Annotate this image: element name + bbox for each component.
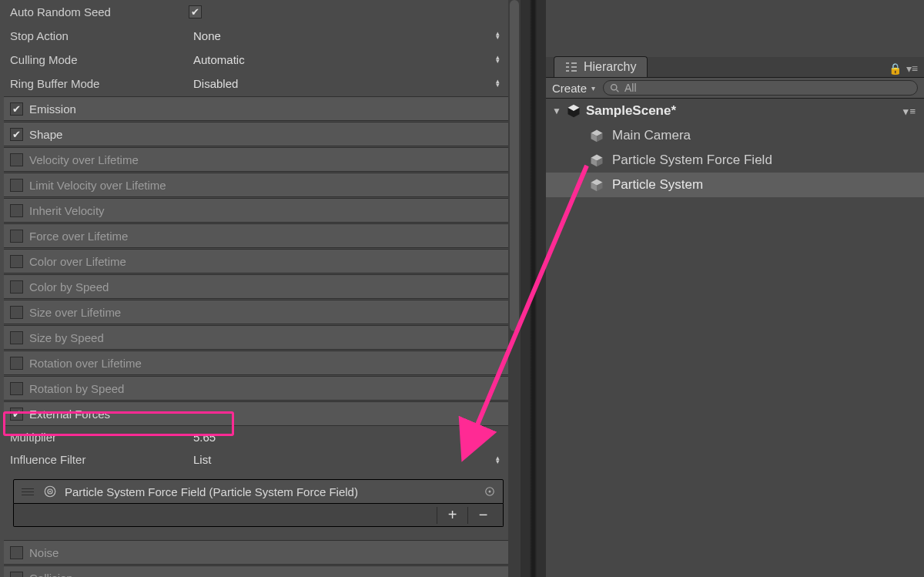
lock-icon[interactable]: 🔒 bbox=[889, 62, 902, 75]
module-label: External Forces bbox=[29, 408, 110, 421]
module-label: Noise bbox=[29, 546, 59, 559]
module-label: Shape bbox=[29, 128, 62, 141]
prop-influence-filter[interactable]: Influence Filter List bbox=[4, 448, 508, 471]
module-checkbox[interactable] bbox=[10, 331, 23, 344]
module-label: Velocity over Lifetime bbox=[29, 153, 139, 166]
hierarchy-item[interactable]: Particle System Force Field bbox=[546, 148, 924, 173]
remove-button[interactable]: − bbox=[467, 507, 498, 524]
updown-icon bbox=[491, 53, 504, 65]
module-label: Rotation by Speed bbox=[29, 382, 124, 395]
scene-name: SampleScene* bbox=[586, 103, 676, 119]
updown-icon bbox=[491, 77, 504, 89]
scrollbar-thumb[interactable] bbox=[510, 0, 519, 331]
module-label: Inherit Velocity bbox=[29, 204, 105, 217]
module-label: Rotation over Lifetime bbox=[29, 357, 142, 370]
dropdown[interactable]: None bbox=[189, 29, 504, 42]
svg-point-2 bbox=[49, 491, 51, 492]
gameobject-icon bbox=[589, 128, 604, 143]
module-checkbox[interactable]: ✔ bbox=[10, 102, 23, 116]
module-checkbox[interactable] bbox=[10, 306, 23, 319]
checkbox[interactable]: ✔ bbox=[189, 5, 202, 18]
module-checkbox[interactable] bbox=[10, 572, 23, 578]
object-picker-icon[interactable] bbox=[483, 485, 497, 498]
scrollbar[interactable] bbox=[508, 0, 521, 577]
dropdown[interactable]: Automatic bbox=[189, 53, 504, 66]
hierarchy-item[interactable]: Main Camera bbox=[546, 123, 924, 148]
inspector-panel: Auto Random Seed ✔ Stop Action None Cull… bbox=[0, 0, 521, 577]
drag-handle-icon[interactable] bbox=[20, 488, 35, 495]
prop-ring-buffer-mode[interactable]: Ring Buffer Mode Disabled bbox=[4, 72, 508, 96]
module-rotation-by-speed[interactable]: Rotation by Speed bbox=[4, 376, 508, 401]
list-item-label: Particle System Force Field (Particle Sy… bbox=[65, 485, 358, 498]
module-checkbox[interactable] bbox=[10, 546, 23, 559]
gameobject-icon bbox=[589, 177, 604, 193]
influence-list: Particle System Force Field (Particle Sy… bbox=[4, 479, 508, 527]
prop-label: Multiplier bbox=[10, 431, 189, 444]
prop-label: Culling Mode bbox=[10, 53, 189, 66]
dropdown-value: None bbox=[193, 29, 221, 42]
module-external-forces[interactable]: ✔ External Forces bbox=[4, 401, 508, 426]
prop-value[interactable]: 5.65 bbox=[189, 431, 504, 444]
tab-label: Hierarchy bbox=[584, 60, 636, 74]
module-checkbox[interactable]: ✔ bbox=[10, 408, 23, 421]
module-color-by-speed[interactable]: Color by Speed bbox=[4, 274, 508, 299]
module-rotation-over-lifetime[interactable]: Rotation over Lifetime bbox=[4, 351, 508, 375]
prop-label: Ring Buffer Mode bbox=[10, 77, 189, 90]
module-label: Limit Velocity over Lifetime bbox=[29, 179, 166, 192]
module-label: Color over Lifetime bbox=[29, 255, 126, 268]
hierarchy-icon bbox=[565, 62, 578, 72]
updown-icon bbox=[491, 29, 504, 42]
tab-bar: Hierarchy 🔒 ▾≡ bbox=[546, 57, 924, 78]
prop-auto-random-seed[interactable]: Auto Random Seed ✔ bbox=[4, 0, 508, 24]
scene-header[interactable]: ▼ SampleScene* ▾≡ bbox=[546, 99, 924, 123]
module-limit-velocity-over-lifetime[interactable]: Limit Velocity over Lifetime bbox=[4, 173, 508, 197]
gameobject-icon bbox=[589, 153, 604, 168]
module-emission[interactable]: ✔ Emission bbox=[4, 96, 508, 121]
foldout-icon[interactable]: ▼ bbox=[552, 106, 561, 116]
panel-menu-icon[interactable]: ▾≡ bbox=[906, 62, 918, 75]
module-label: Size over Lifetime bbox=[29, 306, 121, 319]
prop-label: Influence Filter bbox=[10, 453, 189, 466]
module-checkbox[interactable] bbox=[10, 357, 23, 370]
module-color-over-lifetime[interactable]: Color over Lifetime bbox=[4, 249, 508, 273]
module-size-over-lifetime[interactable]: Size over Lifetime bbox=[4, 300, 508, 324]
create-menu[interactable]: Create bbox=[552, 82, 595, 95]
module-checkbox[interactable]: ✔ bbox=[10, 128, 23, 141]
hierarchy-toolbar: Create All bbox=[546, 78, 924, 99]
module-label: Color by Speed bbox=[29, 280, 109, 294]
module-noise[interactable]: Noise bbox=[4, 540, 508, 565]
hierarchy-item-label: Particle System Force Field bbox=[612, 153, 772, 168]
module-checkbox[interactable] bbox=[10, 204, 23, 217]
module-checkbox[interactable] bbox=[10, 280, 23, 294]
module-checkbox[interactable] bbox=[10, 255, 23, 268]
module-size-by-speed[interactable]: Size by Speed bbox=[4, 325, 508, 350]
prop-stop-action[interactable]: Stop Action None bbox=[4, 24, 508, 48]
module-inherit-velocity[interactable]: Inherit Velocity bbox=[4, 198, 508, 223]
module-checkbox[interactable] bbox=[10, 153, 23, 166]
module-label: Collision bbox=[29, 572, 73, 578]
module-collision[interactable]: Collision bbox=[4, 565, 508, 577]
dropdown-value: Disabled bbox=[193, 77, 238, 90]
tab-hierarchy[interactable]: Hierarchy bbox=[554, 56, 648, 77]
panel-splitter[interactable] bbox=[521, 0, 546, 577]
add-button[interactable]: + bbox=[437, 507, 467, 524]
dropdown[interactable]: List bbox=[189, 453, 504, 466]
module-checkbox[interactable] bbox=[10, 382, 23, 395]
module-label: Emission bbox=[29, 102, 76, 116]
hierarchy-item[interactable]: Particle System bbox=[546, 173, 924, 197]
unity-logo-icon bbox=[566, 103, 581, 119]
module-checkbox[interactable] bbox=[10, 230, 23, 243]
influence-list-item[interactable]: Particle System Force Field (Particle Sy… bbox=[13, 479, 504, 504]
module-label: Size by Speed bbox=[29, 331, 104, 344]
hierarchy-panel: Hierarchy 🔒 ▾≡ Create All ▼ SampleScene*… bbox=[546, 0, 924, 577]
module-velocity-over-lifetime[interactable]: Velocity over Lifetime bbox=[4, 147, 508, 172]
prop-culling-mode[interactable]: Culling Mode Automatic bbox=[4, 48, 508, 72]
module-shape[interactable]: ✔ Shape bbox=[4, 122, 508, 146]
module-force-over-lifetime[interactable]: Force over Lifetime bbox=[4, 223, 508, 248]
scene-menu-icon[interactable]: ▾≡ bbox=[903, 106, 916, 117]
search-input[interactable]: All bbox=[603, 80, 918, 96]
hierarchy-item-label: Main Camera bbox=[612, 128, 691, 143]
module-checkbox[interactable] bbox=[10, 179, 23, 192]
dropdown[interactable]: Disabled bbox=[189, 77, 504, 90]
prop-multiplier[interactable]: Multiplier 5.65 bbox=[4, 426, 508, 448]
